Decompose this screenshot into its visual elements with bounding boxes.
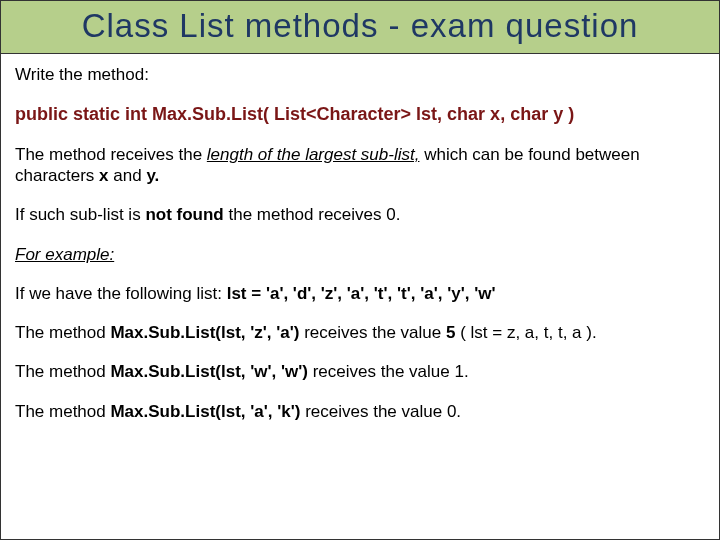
- text: The method receives the: [15, 145, 207, 164]
- call: Max.Sub.List(lst, 'w', 'w'): [110, 362, 308, 381]
- example-list: If we have the following list: lst = 'a'…: [15, 283, 705, 304]
- text: the method receives 0.: [224, 205, 401, 224]
- method-signature: public static int Max.Sub.List( List<Cha…: [15, 103, 705, 126]
- var-y: y.: [146, 166, 159, 185]
- intro-line: Write the method:: [15, 64, 705, 85]
- text: receives the value 0.: [300, 402, 461, 421]
- slide-title: Class List methods - exam question: [11, 7, 709, 45]
- text: receives the value 1.: [308, 362, 469, 381]
- call: Max.Sub.List(lst, 'a', 'k'): [110, 402, 300, 421]
- text: The method: [15, 323, 110, 342]
- text: and: [109, 166, 147, 185]
- title-band: Class List methods - exam question: [1, 1, 719, 54]
- list-literal: lst = 'a', 'd', 'z', 'a', 't', 't', 'a',…: [227, 284, 496, 303]
- text: ( lst = z, a, t, t, a ).: [455, 323, 596, 342]
- description-1: The method receives the length of the la…: [15, 144, 705, 187]
- text: The method: [15, 362, 110, 381]
- result: 5: [446, 323, 455, 342]
- text: The method: [15, 402, 110, 421]
- text: If we have the following list:: [15, 284, 227, 303]
- example-call-1: The method Max.Sub.List(lst, 'z', 'a') r…: [15, 322, 705, 343]
- example-call-3: The method Max.Sub.List(lst, 'a', 'k') r…: [15, 401, 705, 422]
- slide: Class List methods - exam question Write…: [0, 0, 720, 540]
- call: Max.Sub.List(lst, 'z', 'a'): [110, 323, 299, 342]
- text: receives the value: [299, 323, 445, 342]
- description-2: If such sub-list is not found the method…: [15, 204, 705, 225]
- text: If such sub-list is: [15, 205, 145, 224]
- text-bold: not found: [145, 205, 223, 224]
- slide-content: Write the method: public static int Max.…: [1, 54, 719, 422]
- text-emph: length of the largest sub-list,: [207, 145, 420, 164]
- var-x: x: [99, 166, 108, 185]
- example-call-2: The method Max.Sub.List(lst, 'w', 'w') r…: [15, 361, 705, 382]
- example-heading: For example:: [15, 244, 705, 265]
